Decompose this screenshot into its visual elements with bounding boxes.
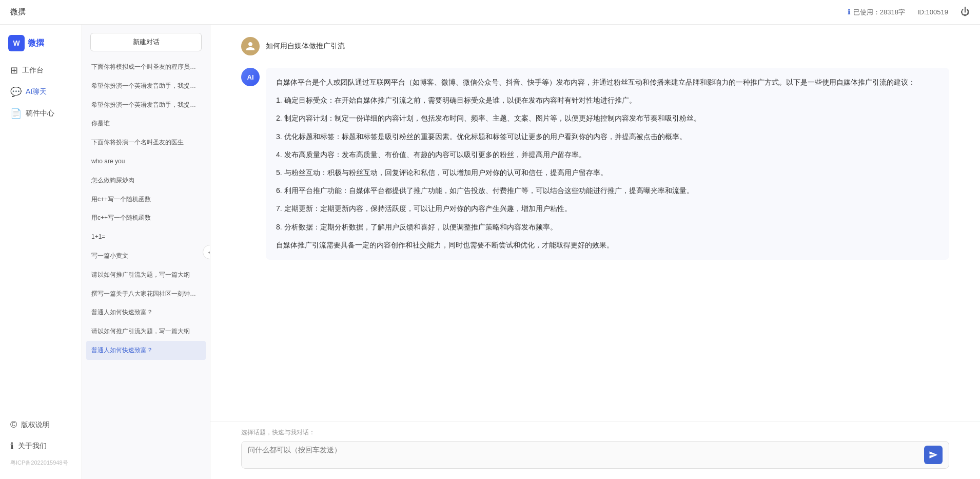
logo-icon: W: [8, 35, 25, 51]
ai-item-5: 5. 与粉丝互动：积极与粉丝互动，回复评论和私信，可以增加用户对你的认可和信任，…: [276, 166, 939, 179]
user-message-content: 如何用自媒体做推广引流: [266, 37, 345, 51]
topbar-usage: ℹ 已使用：28318字: [848, 8, 905, 17]
history-item[interactable]: 用c++写一个随机函数: [86, 208, 206, 227]
ai-footer: 自媒体推广引流需要具备一定的内容创作和社交能力，同时也需要不断尝试和优化，才能取…: [276, 239, 939, 252]
sidebar-item-drafts[interactable]: 📄 稿件中心: [0, 103, 82, 124]
icp-text: 粤ICP备2022015948号: [0, 457, 82, 471]
history-item[interactable]: 普通人如何快速致富？: [86, 303, 206, 322]
history-item[interactable]: who are you: [86, 152, 206, 171]
input-area: 选择话题，快速与我对话：: [210, 421, 980, 479]
copyright-icon: ©: [10, 419, 17, 430]
ai-intro: 自媒体平台是个人或团队通过互联网平台（如博客、微博、微信公众号、抖音、快手等）发…: [276, 76, 939, 89]
ai-item-4: 4. 发布高质量内容：发布高质量、有价值、有趣的内容可以吸引更多的粉丝，并提高用…: [276, 148, 939, 161]
ai-avatar: AI: [241, 68, 260, 86]
info-icon: ℹ: [848, 8, 850, 16]
left-sidebar: W 微撰 ⊞ 工作台 💬 AI聊天 📄 稿件中心 © 版权说明 ℹ 关于我们 粤…: [0, 25, 82, 479]
chat-area: 如何用自媒体做推广引流 AI 自媒体平台是个人或团队通过互联网平台（如博客、微博…: [210, 25, 980, 479]
sidebar-label-drafts: 稿件中心: [26, 109, 54, 118]
history-item[interactable]: 1+1=: [86, 227, 206, 246]
topbar: 微撰 ℹ 已使用：28318字 ID:100519 ⏻: [0, 0, 980, 25]
ai-item-3: 3. 优化标题和标签：标题和标签是吸引粉丝的重要因素。优化标题和标签可以让更多的…: [276, 130, 939, 143]
sidebar-item-aichat[interactable]: 💬 AI聊天: [0, 81, 82, 103]
sidebar-item-copyright[interactable]: © 版权说明: [0, 414, 82, 435]
ai-message-content: 自媒体平台是个人或团队通过互联网平台（如博客、微博、微信公众号、抖音、快手等）发…: [266, 68, 949, 260]
aichat-icon: 💬: [10, 86, 22, 98]
sidebar-label-workspace: 工作台: [22, 66, 44, 75]
ai-item-8: 8. 分析数据：定期分析数据，了解用户反馈和喜好，以便调整推广策略和内容发布频率…: [276, 221, 939, 234]
topbar-id: ID:100519: [917, 8, 948, 16]
sidebar-label-copyright: 版权说明: [21, 420, 50, 430]
main-layout: W 微撰 ⊞ 工作台 💬 AI聊天 📄 稿件中心 © 版权说明 ℹ 关于我们 粤…: [0, 25, 980, 479]
sidebar-label-about: 关于我们: [18, 442, 47, 451]
drafts-icon: 📄: [10, 108, 22, 119]
logo-area: W 微撰: [0, 33, 82, 60]
history-item[interactable]: 你是谁: [86, 114, 206, 133]
about-icon: ℹ: [10, 440, 14, 452]
sidebar-label-aichat: AI聊天: [26, 87, 47, 97]
chat-input[interactable]: [248, 446, 924, 464]
sidebar-item-about[interactable]: ℹ 关于我们: [0, 435, 82, 457]
history-item[interactable]: 怎么做狗屎炒肉: [86, 171, 206, 190]
history-item[interactable]: 希望你扮演一个英语发音助手，我提供给你...: [86, 95, 206, 114]
ai-item-7: 7. 定期更新：定期更新内容，保持活跃度，可以让用户对你的内容产生兴趣，增加用户…: [276, 202, 939, 215]
history-list: 下面你将模拟成一个叫圣友的程序员，我说...希望你扮演一个英语发音助手，我提供给…: [82, 55, 210, 479]
new-chat-button[interactable]: 新建对话: [90, 33, 202, 51]
history-item[interactable]: 下面你将模拟成一个叫圣友的程序员，我说...: [86, 58, 206, 76]
user-avatar: [241, 37, 260, 55]
workspace-icon: ⊞: [10, 65, 18, 76]
send-button[interactable]: [924, 446, 943, 464]
history-item[interactable]: 请以如何推广引流为题，写一篇大纲: [86, 265, 206, 284]
ai-item-2: 2. 制定内容计划：制定一份详细的内容计划，包括发布时间、频率、主题、文案、图片…: [276, 112, 939, 125]
history-item[interactable]: 撰写一篇关于八大家花园社区一刻钟便民生...: [86, 284, 206, 303]
logo-text: 微撰: [28, 38, 44, 49]
ai-item-6: 6. 利用平台推广功能：自媒体平台都提供了推广功能，如广告投放、付费推广等，可以…: [276, 184, 939, 197]
history-item[interactable]: 下面你将扮演一个名叫圣友的医生: [86, 133, 206, 152]
quick-topics-label: 选择话题，快速与我对话：: [241, 428, 949, 437]
messages-container: 如何用自媒体做推广引流 AI 自媒体平台是个人或团队通过互联网平台（如博客、微博…: [210, 25, 980, 421]
usage-text: 已使用：28318字: [853, 8, 905, 17]
history-panel: 新建对话 下面你将模拟成一个叫圣友的程序员，我说...希望你扮演一个英语发音助手…: [82, 25, 210, 479]
history-item[interactable]: 普通人如何快速致富？: [86, 341, 206, 360]
topbar-right: ℹ 已使用：28318字 ID:100519 ⏻: [848, 7, 970, 17]
message-row-ai: AI 自媒体平台是个人或团队通过互联网平台（如博客、微博、微信公众号、抖音、快手…: [241, 68, 949, 260]
history-item[interactable]: 写一篇小黄文: [86, 246, 206, 265]
ai-item-1: 1. 确定目标受众：在开始自媒体推广引流之前，需要明确目标受众是谁，以便在发布内…: [276, 94, 939, 107]
sidebar-item-workspace[interactable]: ⊞ 工作台: [0, 60, 82, 81]
logout-icon[interactable]: ⏻: [961, 7, 970, 17]
input-box-wrap: [241, 441, 949, 469]
history-item[interactable]: 请以如何推广引流为题，写一篇大纲: [86, 322, 206, 341]
history-item[interactable]: 用c++写一个随机函数: [86, 190, 206, 209]
topbar-title: 微撰: [10, 7, 848, 17]
message-row-user: 如何用自媒体做推广引流: [241, 37, 949, 55]
history-item[interactable]: 希望你扮演一个英语发音助手，我提供给你...: [86, 76, 206, 95]
